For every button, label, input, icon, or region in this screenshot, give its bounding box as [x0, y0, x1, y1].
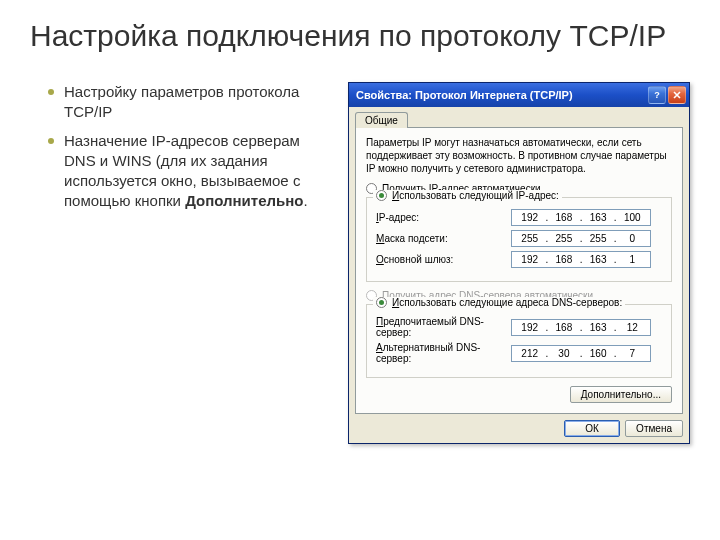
- ok-button[interactable]: ОК: [564, 420, 620, 437]
- radio-use-following-dns[interactable]: Использовать следующие адреса DNS-сервер…: [376, 297, 622, 308]
- cancel-button[interactable]: Отмена: [625, 420, 683, 437]
- help-button[interactable]: ?: [648, 86, 666, 104]
- subnet-mask-input[interactable]: 255.255.255.0: [511, 230, 651, 247]
- svg-text:?: ?: [654, 90, 660, 100]
- label-default-gateway: Основной шлюз:: [376, 254, 511, 265]
- properties-dialog: Свойства: Протокол Интернета (TCP/IP) ? …: [348, 82, 690, 444]
- label-subnet-mask: Маска подсети:: [376, 233, 511, 244]
- titlebar[interactable]: Свойства: Протокол Интернета (TCP/IP) ?: [349, 83, 689, 107]
- description-text: Параметры IP могут назначаться автоматич…: [366, 136, 672, 175]
- list-item: Назначение IP-адресов серверам DNS и WIN…: [48, 131, 330, 212]
- ip-group: Использовать следующий IP-адрес: IP-адре…: [366, 197, 672, 282]
- radio-use-following-ip[interactable]: Использовать следующий IP-адрес:: [376, 190, 559, 201]
- preferred-dns-input[interactable]: 192.168.163.12: [511, 319, 651, 336]
- radio-icon: [376, 297, 387, 308]
- label-preferred-dns: Предпочитаемый DNS-сервер:: [376, 316, 511, 338]
- radio-label: спользовать следующие адреса DNS-серверо…: [399, 297, 622, 308]
- label-ip-address: IP-адрес:: [376, 212, 511, 223]
- dns-group: Использовать следующие адреса DNS-сервер…: [366, 304, 672, 378]
- bullet-list: Настройку параметров протокола TCP/IP На…: [30, 82, 330, 212]
- dialog-title: Свойства: Протокол Интернета (TCP/IP): [356, 89, 646, 101]
- alternate-dns-input[interactable]: 212.30.160.7: [511, 345, 651, 362]
- list-item: Настройку параметров протокола TCP/IP: [48, 82, 330, 123]
- tab-general[interactable]: Общие: [355, 112, 408, 128]
- advanced-button[interactable]: Дополнительно...: [570, 386, 672, 403]
- tab-panel: Параметры IP могут назначаться автоматич…: [355, 127, 683, 414]
- slide-title: Настройка подключения по протоколу TCP/I…: [30, 18, 690, 54]
- list-item-tail: .: [303, 192, 307, 209]
- close-button[interactable]: [668, 86, 686, 104]
- radio-icon: [376, 190, 387, 201]
- label-alternate-dns: Альтернативный DNS-сервер:: [376, 342, 511, 364]
- radio-label: спользовать следующий IP-адрес:: [399, 190, 559, 201]
- default-gateway-input[interactable]: 192.168.163.1: [511, 251, 651, 268]
- ip-address-input[interactable]: 192.168.163.100: [511, 209, 651, 226]
- list-item-bold: Дополнительно: [185, 192, 303, 209]
